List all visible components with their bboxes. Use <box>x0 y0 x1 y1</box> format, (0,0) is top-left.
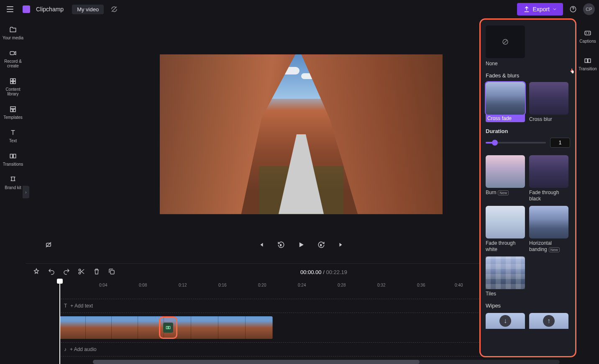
right-captions[interactable]: Captions <box>577 26 598 46</box>
svg-rect-9 <box>13 109 15 112</box>
duration-label: Duration <box>486 128 570 134</box>
delete-button[interactable] <box>93 268 100 277</box>
transition-icon <box>163 323 173 333</box>
auto-compose-button[interactable] <box>33 268 40 277</box>
transition-none[interactable]: None <box>486 26 525 67</box>
brand-name: Clipchamp <box>36 6 64 13</box>
sidebar-record-create[interactable]: Record & create <box>0 46 26 71</box>
sidebar-content-library[interactable]: Content library <box>0 74 26 99</box>
duration-slider[interactable] <box>486 142 546 144</box>
help-button[interactable] <box>567 3 579 15</box>
section-fades-blurs: Fades & blurs <box>486 72 570 79</box>
left-sidebar: Your media Record & create Content libra… <box>0 18 26 364</box>
menu-button[interactable] <box>4 3 16 15</box>
wipe-up[interactable]: ↑ <box>529 313 568 329</box>
export-label: Export <box>533 6 550 13</box>
svg-text:5: 5 <box>320 244 322 246</box>
duration-input[interactable] <box>550 138 570 148</box>
svg-rect-4 <box>13 79 15 81</box>
topbar: Clipchamp My video Export CP <box>0 0 599 18</box>
transitions-icon <box>8 151 18 161</box>
svg-line-27 <box>504 40 507 44</box>
svg-rect-23 <box>585 31 591 35</box>
sidebar-brand-kit[interactable]: Brand kit <box>4 172 22 192</box>
rewind-button[interactable]: 5 <box>275 239 287 251</box>
sidebar-your-media[interactable]: Your media <box>2 23 24 43</box>
transition-burn[interactable]: BurnNew <box>486 155 525 202</box>
skip-end-button[interactable] <box>335 239 347 251</box>
video-clip-2[interactable] <box>164 316 273 339</box>
timeline-time: 00:00.00 / 00:22.19 <box>123 269 525 275</box>
export-button[interactable]: Export <box>517 3 563 15</box>
skip-start-button[interactable] <box>255 239 267 251</box>
section-wipes: Wipes <box>486 302 570 309</box>
transitions-panel: None Fades & blurs Cross fade Cross blur… <box>479 18 576 357</box>
redo-button[interactable] <box>63 268 70 277</box>
sync-off-icon[interactable] <box>110 5 118 13</box>
svg-rect-8 <box>10 109 13 112</box>
svg-text:5: 5 <box>280 244 282 246</box>
text-icon: T <box>64 303 67 309</box>
undo-button[interactable] <box>48 268 55 277</box>
brand-kit-icon <box>8 175 18 184</box>
svg-rect-25 <box>588 59 591 63</box>
svg-rect-24 <box>585 59 587 63</box>
svg-rect-6 <box>13 82 15 84</box>
transition-fade-black[interactable]: Fade through black <box>529 155 568 202</box>
sidebar-transitions[interactable]: Transitions <box>2 149 24 169</box>
transition-marker[interactable] <box>159 316 177 339</box>
camera-icon <box>8 49 18 58</box>
crop-button[interactable] <box>43 239 54 251</box>
text-icon <box>8 128 18 137</box>
timeline-scrollbar[interactable] <box>93 360 560 364</box>
transition-tab-icon <box>583 56 592 65</box>
duplicate-button[interactable] <box>108 268 115 277</box>
svg-rect-22 <box>169 326 170 329</box>
transition-cross-fade[interactable]: Cross fade <box>486 82 525 122</box>
captions-icon <box>583 28 592 38</box>
transition-tiles[interactable]: Tiles <box>486 256 525 297</box>
video-title[interactable]: My video <box>72 5 104 14</box>
video-clip-1[interactable] <box>59 316 164 339</box>
transition-cross-blur[interactable]: Cross blur <box>529 82 568 122</box>
transition-fade-white[interactable]: Fade through white <box>486 206 525 252</box>
svg-rect-5 <box>10 82 13 84</box>
svg-rect-18 <box>110 270 114 274</box>
cursor-hand-annotation <box>569 67 599 97</box>
sidebar-text[interactable]: Text <box>8 126 18 146</box>
svg-rect-2 <box>10 51 14 55</box>
forward-button[interactable]: 5 <box>315 239 327 251</box>
music-icon: ♪ <box>64 346 67 352</box>
video-preview[interactable] <box>160 54 443 214</box>
folder-icon <box>8 25 18 34</box>
user-avatar[interactable]: CP <box>583 3 595 15</box>
split-button[interactable] <box>78 268 85 277</box>
wipe-down[interactable]: ↓ <box>486 313 525 329</box>
transition-horizontal-banding[interactable]: Horizontal bandingNew <box>529 206 568 252</box>
app-logo <box>23 5 30 13</box>
playhead[interactable] <box>59 280 60 364</box>
templates-icon <box>8 105 18 114</box>
library-icon <box>8 77 18 86</box>
svg-rect-3 <box>10 79 13 81</box>
svg-rect-7 <box>10 107 15 109</box>
svg-rect-21 <box>166 326 168 329</box>
sidebar-templates[interactable]: Templates <box>3 102 23 122</box>
play-button[interactable] <box>295 239 307 251</box>
